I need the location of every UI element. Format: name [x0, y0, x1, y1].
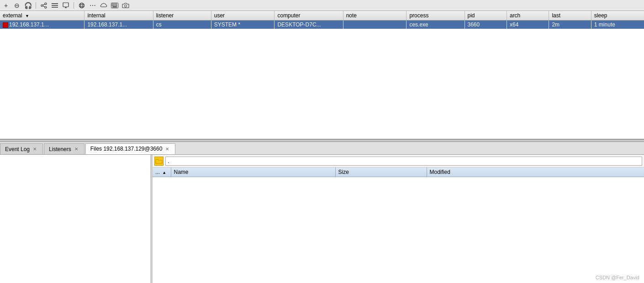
dots-icon[interactable]: ⋯ — [89, 1, 97, 10]
camera-icon[interactable] — [121, 1, 130, 10]
menu-icon[interactable] — [51, 1, 59, 10]
tab-files[interactable]: Files 192.168.137.129@3660 ✕ — [85, 143, 176, 154]
sessions-table: external ▼ internal listener user comput… — [0, 11, 644, 29]
bottom-content: ... ▲ Name Size Modified — [0, 155, 644, 283]
tab-files-label: Files 192.168.137.129@3660 — [90, 146, 163, 152]
svg-rect-16 — [112, 4, 113, 5]
svg-line-4 — [43, 6, 45, 7]
col-label-last: last — [552, 12, 560, 19]
svg-rect-7 — [52, 7, 58, 8]
col-header-note[interactable]: note — [343, 11, 406, 21]
col-label-sleep: sleep — [594, 12, 607, 19]
svg-rect-22 — [115, 5, 116, 6]
globe-icon[interactable] — [78, 1, 86, 10]
session-status-icon — [3, 22, 8, 28]
col-label-pid: pid — [468, 12, 475, 19]
monitor-icon[interactable] — [62, 1, 70, 10]
tab-listeners[interactable]: Listeners ✕ — [44, 143, 84, 154]
cell-sleep: 1 minute — [591, 21, 644, 29]
file-table-header-row: ... ▲ Name Size Modified — [153, 168, 644, 177]
col-label-computer: computer — [277, 12, 300, 19]
tab-event-log-close[interactable]: ✕ — [32, 146, 38, 152]
col-indicator-label: ... — [155, 169, 160, 175]
col-label-internal: internal — [87, 12, 105, 19]
col-header-indicator[interactable]: ... ▲ — [153, 168, 171, 177]
svg-line-3 — [43, 4, 45, 5]
cell-internal: 192.168.137.1... — [84, 21, 153, 29]
cell-user: SYSTEM * — [211, 21, 274, 29]
col-header-name[interactable]: Name — [171, 168, 335, 177]
svg-rect-23 — [116, 5, 117, 6]
cell-computer: DESKTOP-D7C... — [274, 21, 343, 29]
col-label-user: user — [214, 12, 225, 19]
svg-point-12 — [81, 3, 83, 8]
toolbar: + ⊖ 🎧 ⋯ — [0, 0, 644, 11]
col-label-process: process — [409, 12, 428, 19]
path-input[interactable] — [165, 157, 642, 166]
col-header-last[interactable]: last — [549, 11, 591, 21]
col-modified-label: Modified — [430, 169, 450, 175]
svg-point-11 — [79, 3, 84, 8]
sort-arrow-external: ▼ — [25, 14, 29, 18]
svg-rect-21 — [113, 5, 114, 6]
col-label-listener: listener — [156, 12, 174, 19]
col-header-sleep[interactable]: sleep — [591, 11, 644, 21]
separator-2 — [74, 2, 74, 9]
col-header-computer[interactable]: computer — [274, 11, 343, 21]
bottom-panel: Event Log ✕ Listeners ✕ Files 192.168.13… — [0, 142, 644, 283]
col-indicator-sort: ▲ — [162, 170, 166, 175]
table-row[interactable]: 192.168.137.1... 192.168.137.1... cs SYS… — [0, 21, 644, 29]
svg-rect-17 — [113, 4, 114, 5]
svg-point-25 — [125, 5, 127, 7]
col-label-arch: arch — [510, 12, 520, 19]
cell-last: 2m — [549, 21, 591, 29]
cell-arch: x64 — [507, 21, 549, 29]
cell-process: ces.exe — [406, 21, 465, 29]
close-circle-icon[interactable]: ⊖ — [13, 1, 21, 10]
svg-point-2 — [45, 6, 47, 8]
col-name-label: Name — [174, 169, 189, 175]
col-header-listener[interactable]: listener — [153, 11, 211, 21]
col-header-user[interactable]: user — [211, 11, 274, 21]
col-header-process[interactable]: process — [406, 11, 465, 21]
tab-listeners-close[interactable]: ✕ — [73, 146, 79, 152]
col-header-modified[interactable]: Modified — [427, 168, 644, 177]
keyboard-icon[interactable] — [111, 1, 119, 10]
cell-listener: cs — [153, 21, 211, 29]
col-header-pid[interactable]: pid — [465, 11, 507, 21]
tab-listeners-label: Listeners — [49, 146, 71, 152]
add-icon[interactable]: + — [2, 1, 10, 10]
svg-point-1 — [41, 5, 43, 6]
col-header-internal[interactable]: internal — [84, 11, 153, 21]
cell-external: 192.168.137.1... — [0, 21, 84, 29]
tab-files-close[interactable]: ✕ — [164, 146, 170, 152]
separator-1 — [36, 2, 36, 9]
path-bar — [153, 155, 644, 168]
svg-point-0 — [45, 3, 47, 5]
left-panel[interactable] — [0, 155, 151, 283]
col-header-arch[interactable]: arch — [507, 11, 549, 21]
col-header-size[interactable]: Size — [335, 168, 427, 177]
share-icon[interactable] — [40, 1, 48, 10]
file-table: ... ▲ Name Size Modified — [153, 168, 644, 177]
col-size-label: Size — [338, 169, 349, 175]
col-label-external: external — [3, 12, 22, 19]
cell-note — [343, 21, 406, 29]
tab-event-log-label: Event Log — [5, 146, 30, 152]
sessions-area: external ▼ internal listener user comput… — [0, 11, 644, 140]
folder-icon — [154, 157, 164, 166]
file-table-container[interactable]: ... ▲ Name Size Modified — [153, 168, 644, 283]
col-label-note: note — [346, 12, 357, 19]
sessions-content[interactable]: external ▼ internal listener user comput… — [0, 11, 644, 139]
svg-rect-5 — [52, 3, 58, 4]
svg-rect-6 — [52, 5, 58, 6]
svg-rect-8 — [63, 3, 69, 7]
cloud-icon[interactable] — [100, 1, 108, 10]
col-header-external[interactable]: external ▼ — [0, 11, 84, 21]
svg-rect-19 — [116, 4, 117, 5]
tabs-bar: Event Log ✕ Listeners ✕ Files 192.168.13… — [0, 142, 644, 155]
watermark: CSDN @Fer_David — [596, 275, 639, 280]
tab-event-log[interactable]: Event Log ✕ — [0, 143, 43, 154]
svg-rect-20 — [112, 5, 113, 6]
headset-icon[interactable]: 🎧 — [24, 1, 32, 10]
